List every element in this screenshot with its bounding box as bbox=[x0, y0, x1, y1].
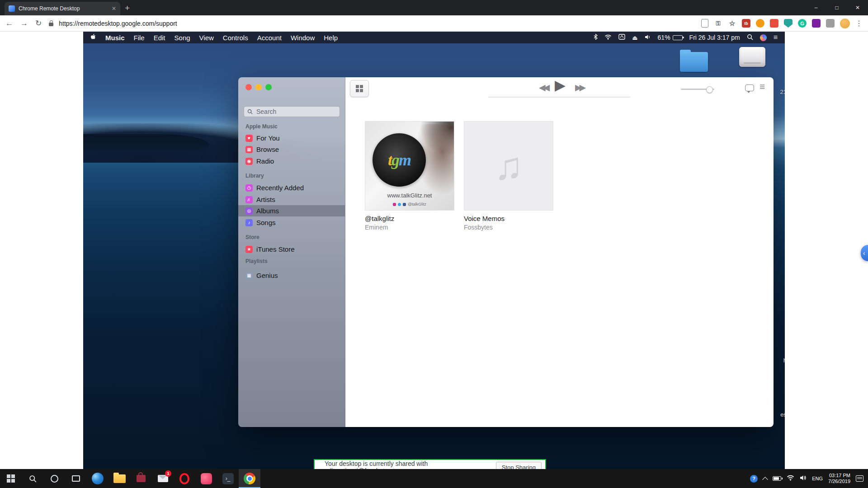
menubar-clock[interactable]: Fri 26 Jul 3:17 pm bbox=[689, 34, 740, 41]
tray-battery-icon[interactable] bbox=[773, 476, 781, 481]
desktop-folder-icon[interactable] bbox=[680, 52, 708, 72]
playback-scrubber[interactable] bbox=[488, 97, 630, 98]
siri-icon[interactable] bbox=[760, 34, 767, 41]
forward-icon[interactable]: → bbox=[20, 19, 28, 27]
chrome-button[interactable] bbox=[239, 469, 260, 488]
album-art-talkglitz[interactable]: tgm www.talkGlitz.net @talkGlitz bbox=[365, 121, 454, 211]
sidebar-item-label: iTunes Store bbox=[256, 245, 295, 253]
sidebar-item-artists[interactable]: ♬ Artists bbox=[245, 194, 340, 205]
bluetooth-icon[interactable] bbox=[594, 34, 598, 41]
rewind-button[interactable]: ◀◀ bbox=[539, 83, 547, 92]
back-icon[interactable]: ← bbox=[5, 19, 13, 27]
cortana-button[interactable] bbox=[43, 469, 65, 488]
close-traffic-light[interactable] bbox=[245, 84, 252, 90]
sidebar-search-field[interactable] bbox=[244, 106, 340, 117]
volume-icon[interactable] bbox=[645, 34, 651, 41]
menu-edit[interactable]: Edit bbox=[154, 34, 165, 42]
extension-card-icon[interactable] bbox=[826, 19, 835, 28]
menubar-app-name[interactable]: Music bbox=[105, 34, 125, 42]
mail-button[interactable]: 1 bbox=[152, 469, 174, 488]
album-title[interactable]: Voice Memos bbox=[464, 215, 553, 222]
store-button[interactable] bbox=[130, 469, 152, 488]
menu-controls[interactable]: Controls bbox=[223, 34, 248, 42]
lyrics-bubble-icon[interactable] bbox=[745, 84, 754, 91]
extension-purple-icon[interactable] bbox=[812, 19, 821, 28]
tray-volume-icon[interactable] bbox=[800, 474, 807, 483]
fast-forward-button[interactable]: ▶▶ bbox=[575, 83, 584, 92]
album-artist[interactable]: Eminem bbox=[365, 224, 454, 231]
album-title[interactable]: @talkglitz bbox=[365, 215, 454, 222]
task-view-button[interactable] bbox=[65, 469, 87, 488]
reload-icon[interactable]: ↻ bbox=[35, 19, 42, 27]
tray-expand-chevron-icon[interactable] bbox=[762, 477, 768, 483]
sidebar-item-itunes-store[interactable]: ★ iTunes Store bbox=[245, 244, 340, 255]
minimize-traffic-light[interactable] bbox=[255, 84, 262, 90]
bookmark-star-icon[interactable]: ☆ bbox=[728, 19, 736, 28]
password-key-icon[interactable]: ⚿ bbox=[714, 19, 722, 28]
extension-red-icon[interactable] bbox=[770, 19, 778, 28]
sidebar-item-recently-added[interactable]: ◷ Recently Added bbox=[245, 182, 340, 193]
crd-panel-handle[interactable]: ‹ bbox=[861, 245, 868, 261]
clipboard-icon[interactable] bbox=[701, 19, 708, 28]
taskbar-clock[interactable]: 03:17 PM 7/26/2019 bbox=[828, 473, 850, 484]
eject-icon[interactable]: ⏏ bbox=[632, 35, 637, 41]
album-art-voice-memos[interactable]: ♫ bbox=[464, 121, 553, 211]
sidebar-item-browse[interactable]: ▦ Browse bbox=[245, 144, 340, 155]
menu-file[interactable]: File bbox=[134, 34, 145, 42]
edge-button[interactable] bbox=[87, 469, 108, 488]
tray-network-icon[interactable] bbox=[787, 474, 794, 483]
battery-status[interactable]: 61% bbox=[658, 34, 683, 41]
view-grid-button[interactable] bbox=[350, 80, 369, 97]
action-center-icon[interactable] bbox=[856, 475, 863, 482]
volume-slider[interactable] bbox=[681, 89, 714, 90]
sidebar-item-for-you[interactable]: ♥ For You bbox=[245, 132, 340, 144]
menu-window[interactable]: Window bbox=[291, 34, 315, 42]
profile-avatar[interactable] bbox=[840, 19, 850, 28]
spotlight-search-icon[interactable] bbox=[747, 34, 753, 42]
file-explorer-button[interactable] bbox=[108, 469, 130, 488]
menu-account[interactable]: Account bbox=[257, 34, 282, 42]
input-source-icon[interactable] bbox=[618, 34, 625, 41]
up-next-list-icon[interactable]: ≡ bbox=[760, 81, 765, 92]
maximize-button[interactable]: □ bbox=[826, 0, 847, 15]
notification-center-icon[interactable]: ≡ bbox=[774, 34, 778, 41]
close-button[interactable]: ✕ bbox=[847, 0, 868, 15]
pink-app-button[interactable] bbox=[195, 469, 217, 488]
sidebar-item-radio[interactable]: ◉ Radio bbox=[245, 155, 340, 167]
language-indicator[interactable]: ENG bbox=[812, 476, 823, 481]
zoom-traffic-light[interactable] bbox=[265, 84, 272, 90]
extension-tb-icon[interactable]: tb bbox=[742, 19, 750, 28]
browser-tab[interactable]: Chrome Remote Desktop ✕ bbox=[5, 2, 120, 15]
address-bar-url[interactable]: https://remotedesktop.google.com/support bbox=[59, 20, 177, 27]
menu-view[interactable]: View bbox=[199, 34, 214, 42]
search-input[interactable] bbox=[255, 108, 336, 116]
start-button[interactable] bbox=[0, 469, 22, 488]
tab-close-icon[interactable]: ✕ bbox=[112, 5, 116, 12]
sidebar-item-genius[interactable]: ▦ Genius bbox=[245, 270, 340, 281]
sidebar-item-albums[interactable]: ◎ Albums bbox=[238, 205, 345, 216]
taskbar-search-button[interactable] bbox=[22, 469, 43, 488]
album-tile-talkglitz[interactable]: tgm www.talkGlitz.net @talkGlitz @talkgl… bbox=[365, 121, 454, 231]
desktop-drive-icon[interactable] bbox=[739, 47, 765, 67]
help-icon[interactable]: ? bbox=[750, 475, 758, 483]
opera-button[interactable] bbox=[174, 469, 195, 488]
remote-desktop-viewport[interactable]: Music File Edit Song View Controls Accou… bbox=[83, 32, 785, 469]
stop-sharing-button[interactable]: Stop Sharing bbox=[496, 462, 542, 469]
site-security-lock-icon[interactable] bbox=[49, 23, 53, 26]
terminal-app-button[interactable]: ›_ bbox=[217, 469, 239, 488]
menu-song[interactable]: Song bbox=[175, 34, 190, 42]
play-button[interactable]: ▶ bbox=[555, 78, 566, 92]
album-tile-voice-memos[interactable]: ♫ Voice Memos Fossbytes bbox=[464, 121, 553, 231]
wifi-icon[interactable] bbox=[604, 34, 612, 41]
extension-shield-icon[interactable] bbox=[784, 19, 793, 28]
sidebar-item-songs[interactable]: ♪ Songs bbox=[245, 217, 340, 228]
apple-menu-icon[interactable] bbox=[90, 33, 96, 42]
extension-grammarly-icon[interactable]: G bbox=[798, 19, 807, 28]
browser-menu-icon[interactable]: ⋮ bbox=[855, 19, 863, 28]
minimize-button[interactable]: – bbox=[806, 0, 826, 15]
volume-knob[interactable] bbox=[706, 86, 713, 93]
new-tab-button[interactable]: + bbox=[125, 4, 130, 12]
album-artist[interactable]: Fossbytes bbox=[464, 224, 553, 231]
extension-marker-icon[interactable] bbox=[756, 19, 764, 28]
menu-help[interactable]: Help bbox=[324, 34, 338, 42]
